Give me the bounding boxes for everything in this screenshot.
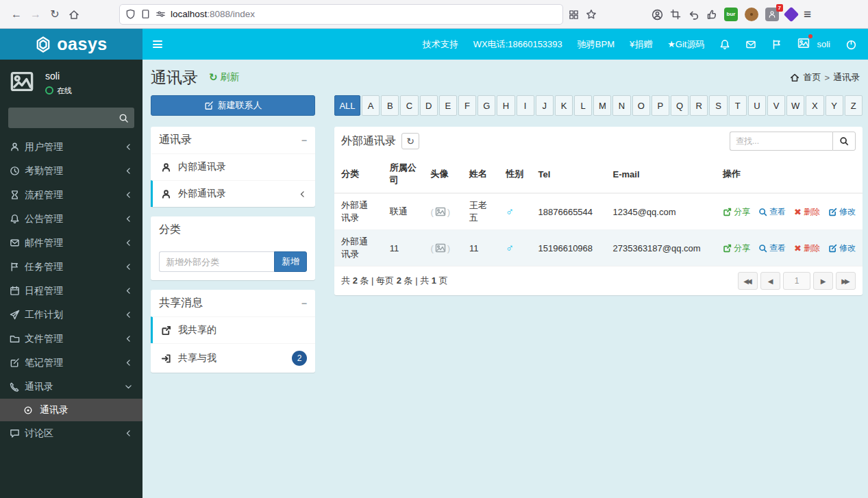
collapse-minus-icon[interactable]: − — [301, 298, 307, 309]
sidebar-item-files[interactable]: 文件管理 — [0, 327, 142, 351]
shield-icon[interactable] — [125, 9, 136, 19]
alpha-letter-button[interactable]: U — [748, 95, 766, 116]
purple-extension-icon[interactable] — [784, 6, 799, 22]
edit-action[interactable]: 修改 — [828, 242, 856, 254]
alpha-letter-button[interactable]: I — [517, 95, 534, 116]
shared-by-me-item[interactable]: 我共享的 — [151, 316, 315, 343]
screenshot-crop-icon[interactable] — [670, 8, 681, 21]
table-search-button[interactable] — [832, 132, 856, 151]
sidebar-item-users[interactable]: 用户管理 — [0, 135, 142, 159]
nav-link-wx-phone[interactable]: WX电话:18660153393 — [473, 38, 562, 51]
prev-page-button[interactable]: ◀ — [760, 272, 780, 290]
bur-extension-icon[interactable]: bur — [724, 8, 738, 21]
share-action[interactable]: 分享 — [723, 242, 750, 254]
alpha-letter-button[interactable]: O — [632, 95, 650, 116]
sidebar-item-workflow[interactable]: 流程管理 — [0, 183, 142, 207]
page-action-icon[interactable] — [569, 8, 579, 21]
alpha-letter-button[interactable]: M — [593, 95, 611, 116]
refresh-link[interactable]: ↻刷新 — [209, 71, 240, 84]
address-bar[interactable]: localhost:8088/index — [119, 4, 563, 25]
app-logo[interactable]: oasys — [0, 29, 142, 60]
table-search-input[interactable] — [730, 132, 832, 151]
badged-extension-icon[interactable]: 7 — [765, 8, 779, 21]
sidebar-subitem-contacts[interactable]: 通讯录 — [0, 399, 142, 421]
bookmark-star-icon[interactable] — [586, 8, 597, 21]
notifications-bell-icon[interactable] — [719, 39, 730, 50]
thumb-extension-icon[interactable] — [706, 8, 717, 21]
collapse-minus-icon[interactable]: − — [301, 135, 307, 146]
shared-with-me-item[interactable]: 共享与我 2 — [151, 343, 315, 373]
alpha-letter-button[interactable]: B — [381, 95, 399, 116]
alpha-letter-button[interactable]: P — [652, 95, 669, 116]
tasks-flag-icon[interactable] — [771, 39, 782, 50]
sidebar-item-forum[interactable]: 讨论区 — [0, 421, 142, 445]
sidebar-item-schedule[interactable]: 日程管理 — [0, 279, 142, 303]
table-refresh-button[interactable]: ↻ — [401, 133, 419, 149]
alpha-letter-button[interactable]: V — [767, 95, 785, 116]
sidebar-search[interactable] — [8, 108, 134, 128]
undo-icon[interactable] — [688, 8, 699, 20]
sidebar-item-workplan[interactable]: 工作计划 — [0, 303, 142, 327]
external-contacts-item[interactable]: 外部通讯录 — [151, 180, 315, 207]
sidebar-item-notes[interactable]: 笔记管理 — [0, 351, 142, 375]
first-page-button[interactable]: ◀◀ — [738, 272, 758, 290]
alpha-letter-button[interactable]: J — [536, 95, 554, 116]
alpha-letter-button[interactable]: R — [690, 95, 708, 116]
view-action[interactable]: 查看 — [758, 242, 786, 254]
logout-power-icon[interactable] — [845, 38, 857, 50]
account-icon[interactable] — [652, 8, 663, 20]
new-category-input[interactable] — [159, 251, 274, 272]
alpha-letter-button[interactable]: C — [400, 95, 418, 116]
delete-action[interactable]: ✖删除 — [794, 206, 820, 218]
alpha-all-button[interactable]: ALL — [334, 95, 360, 116]
user-menu[interactable]: soli — [797, 37, 830, 52]
alpha-letter-button[interactable]: W — [786, 95, 804, 116]
browser-reload-icon[interactable]: ↻ — [45, 5, 64, 24]
browser-back-icon[interactable]: ← — [7, 5, 26, 24]
breadcrumb-home[interactable]: 首页 — [803, 71, 821, 84]
delete-action[interactable]: ✖删除 — [794, 242, 820, 254]
browser-menu-icon[interactable]: ≡ — [804, 7, 811, 22]
messages-envelope-icon[interactable] — [745, 39, 756, 50]
new-contact-button[interactable]: 新建联系人 — [151, 95, 315, 116]
reader-icon[interactable] — [140, 9, 151, 19]
alpha-letter-button[interactable]: D — [420, 95, 438, 116]
alpha-letter-button[interactable]: A — [362, 95, 380, 116]
alpha-letter-button[interactable]: K — [555, 95, 573, 116]
alpha-letter-button[interactable]: Q — [671, 95, 689, 116]
alpha-letter-button[interactable]: G — [478, 95, 495, 116]
internal-contacts-item[interactable]: 内部通讯录 — [151, 153, 315, 180]
permissions-icon[interactable] — [156, 9, 166, 19]
alpha-letter-button[interactable]: L — [574, 95, 592, 116]
sidebar-item-announcements[interactable]: 公告管理 — [0, 207, 142, 231]
alpha-letter-button[interactable]: Z — [845, 95, 863, 116]
nav-link-support[interactable]: 技术支持 — [423, 38, 458, 51]
sidebar-toggle-icon[interactable] — [142, 29, 173, 60]
alpha-letter-button[interactable]: Y — [826, 95, 843, 116]
share-action[interactable]: 分享 — [723, 206, 750, 218]
sidebar-search-icon[interactable] — [119, 112, 129, 124]
alpha-letter-button[interactable]: T — [729, 95, 747, 116]
last-page-button[interactable]: ▶▶ — [836, 272, 856, 290]
nav-link-donate[interactable]: ¥捐赠 — [630, 38, 652, 51]
edit-action[interactable]: 修改 — [828, 206, 856, 218]
sidebar-item-attendance[interactable]: 考勤管理 — [0, 159, 142, 183]
browser-home-icon[interactable] — [64, 5, 84, 24]
view-action[interactable]: 查看 — [758, 206, 786, 218]
alpha-letter-button[interactable]: E — [439, 95, 457, 116]
nav-link-bpm[interactable]: 驰骋BPM — [578, 38, 615, 51]
alpha-letter-button[interactable]: H — [497, 95, 514, 116]
sidebar-search-input[interactable] — [14, 112, 119, 124]
browser-forward-icon[interactable]: → — [26, 5, 45, 24]
sidebar-item-tasks[interactable]: 任务管理 — [0, 255, 142, 279]
alpha-letter-button[interactable]: F — [458, 95, 476, 116]
cookie-extension-icon[interactable] — [745, 8, 758, 21]
page-number-input[interactable] — [783, 272, 810, 290]
alpha-letter-button[interactable]: X — [806, 95, 823, 116]
alpha-letter-button[interactable]: N — [612, 95, 630, 116]
next-page-button[interactable]: ▶ — [813, 272, 833, 290]
add-category-button[interactable]: 新增 — [274, 251, 307, 272]
sidebar-item-mail[interactable]: 邮件管理 — [0, 231, 142, 255]
nav-link-git[interactable]: ★Git源码 — [667, 38, 704, 51]
sidebar-item-contacts[interactable]: 通讯录 — [0, 375, 142, 399]
